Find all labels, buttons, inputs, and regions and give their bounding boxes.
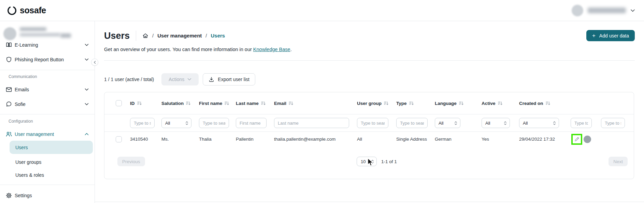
page-size-value: 10 — [361, 159, 366, 164]
sosafe-logo: sosafe — [7, 5, 46, 16]
chevron-up-icon — [85, 133, 89, 136]
org-subtitle-blurred — [20, 33, 60, 36]
breadcrumb-user-management[interactable]: User management — [157, 33, 202, 38]
page-subtitle: Get an overview of your users. You can f… — [104, 47, 635, 52]
column-label: ID — [130, 101, 135, 106]
topbar: sosafe — [0, 0, 644, 21]
column-label: Type — [396, 101, 407, 106]
table-row[interactable]: 3410540 Ms. Thalia Pallentin thalia.pall… — [104, 131, 634, 146]
book-icon — [6, 42, 12, 48]
sort-icon — [546, 101, 550, 106]
chevron-down-icon — [85, 103, 89, 106]
column-label: Created on — [519, 101, 543, 106]
gear-icon — [6, 192, 12, 199]
select-stepper-icon — [504, 121, 507, 125]
select-stepper-icon — [371, 159, 374, 164]
column-header-language[interactable]: Language — [435, 101, 482, 106]
logo-text: sosafe — [20, 5, 46, 15]
org-badge-blurred — [60, 33, 71, 38]
sort-icon — [225, 101, 229, 106]
column-header-first-name[interactable]: First name — [199, 101, 236, 106]
edit-user-button-highlight — [571, 134, 582, 145]
extra-filter-input-2[interactable] — [601, 118, 625, 128]
section-label-configuration: Configuration — [9, 119, 33, 124]
breadcrumb-separator: / — [152, 33, 154, 38]
actions-button[interactable]: Actions — [161, 73, 199, 85]
sidebar-subitem-users[interactable]: Users — [10, 141, 93, 154]
column-header-email[interactable]: Email — [274, 101, 357, 106]
select-value: All — [523, 121, 528, 126]
pagination-range-text: 1-1 of 1 — [381, 159, 397, 164]
pencil-icon — [574, 137, 579, 142]
breadcrumb-users[interactable]: Users — [211, 33, 225, 38]
extra-filter-input-1[interactable] — [571, 118, 592, 128]
type-filter-input[interactable] — [396, 118, 428, 128]
cell-first-name: Thalia — [199, 137, 236, 142]
sidebar-item-elearning[interactable]: E-Learning — [0, 42, 95, 51]
users-page: sosafe E-Learning — [0, 0, 644, 203]
export-user-list-button[interactable]: Export user list — [203, 73, 255, 85]
knowledge-base-link[interactable]: Knowledge Base — [253, 47, 290, 52]
previous-page-button[interactable]: Previous — [117, 157, 145, 166]
sort-icon — [289, 101, 293, 106]
sidebar-collapse-button[interactable] — [91, 59, 98, 66]
select-all-checkbox[interactable] — [116, 100, 122, 106]
sosafe-logo-icon — [7, 5, 17, 16]
sidebar-item-settings[interactable]: Settings — [0, 189, 95, 202]
page-title: Users — [104, 30, 130, 41]
column-header-created-on[interactable]: Created on — [519, 101, 568, 106]
column-header-id[interactable]: ID — [130, 101, 161, 106]
sort-icon — [384, 101, 388, 106]
user-group-filter-input[interactable] — [357, 118, 388, 128]
next-page-button[interactable]: Next — [609, 157, 628, 166]
add-user-data-label: Add user data — [599, 33, 629, 38]
salutation-filter-select[interactable]: All — [161, 118, 191, 128]
page-size-select[interactable]: 10 — [357, 157, 377, 166]
created-on-filter-select[interactable]: All — [519, 118, 559, 128]
last-name-filter-input[interactable] — [236, 118, 267, 128]
first-name-filter-input[interactable] — [199, 118, 229, 128]
org-avatar — [3, 27, 16, 40]
row-secondary-action-button[interactable] — [584, 136, 591, 143]
cell-id: 3410540 — [130, 137, 161, 142]
column-label: Active — [482, 101, 496, 106]
sidebar-item-sofie[interactable]: Sofie — [0, 98, 95, 111]
id-filter-input[interactable] — [130, 118, 155, 128]
sidebar-subitem-label: Users & roles — [15, 172, 44, 178]
select-stepper-icon — [553, 121, 556, 125]
user-count-text: 1 / 1 user (active / total) — [104, 77, 154, 82]
sidebar-item-user-management[interactable]: User management — [0, 128, 95, 141]
subtitle-text: Get an overview of your users. You can f… — [104, 47, 253, 52]
divider — [0, 70, 95, 70]
page-header: Users / User management / Users + Add us… — [104, 30, 635, 41]
column-header-type[interactable]: Type — [396, 101, 435, 106]
sidebar-item-phishing-report-button[interactable]: Phishing Report Button — [0, 53, 95, 66]
sidebar-item-emails[interactable]: Emails — [0, 83, 95, 96]
column-header-active[interactable]: Active — [482, 101, 519, 106]
active-filter-select[interactable]: All — [482, 118, 510, 128]
chevron-down-icon — [85, 58, 89, 61]
email-filter-input[interactable] — [274, 118, 349, 128]
table-toolbar: 1 / 1 user (active / total) Actions Expo… — [104, 73, 635, 85]
cell-created-on: 29/04/2022 17:32 — [519, 137, 568, 142]
sidebar-subitem-users-and-roles[interactable]: Users & roles — [10, 168, 93, 182]
main-content: Users / User management / Users + Add us… — [95, 21, 644, 203]
home-icon[interactable] — [142, 33, 148, 39]
select-stepper-icon — [454, 121, 457, 125]
chevron-down-icon — [187, 78, 191, 81]
column-header-last-name[interactable]: Last name — [236, 101, 274, 106]
select-value: All — [439, 121, 443, 126]
column-header-salutation[interactable]: Salutation — [161, 101, 199, 106]
row-checkbox[interactable] — [116, 136, 122, 142]
sidebar-item-label: Sofie — [15, 102, 26, 107]
user-menu[interactable] — [572, 5, 635, 16]
sort-icon — [186, 101, 190, 106]
breadcrumb-separator: / — [205, 33, 207, 38]
add-user-data-button[interactable]: + Add user data — [586, 30, 635, 41]
sidebar-subitem-user-groups[interactable]: User groups — [10, 155, 93, 169]
language-filter-select[interactable]: All — [435, 118, 460, 128]
chevron-left-icon — [94, 61, 96, 64]
column-label: Last name — [236, 101, 259, 106]
column-header-user-group[interactable]: User group — [357, 101, 396, 106]
edit-user-button[interactable] — [573, 135, 581, 143]
